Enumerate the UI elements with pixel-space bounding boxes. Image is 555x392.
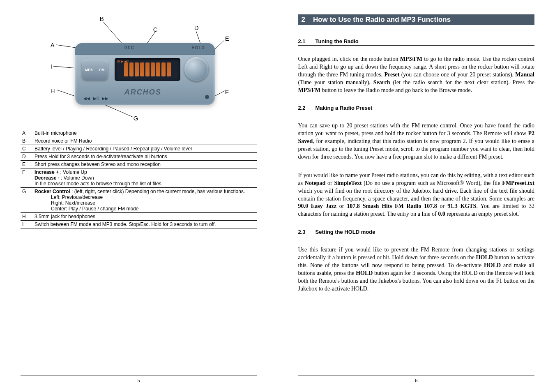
section-header: 2 How to Use the Radio and MP3 Functions [298,14,535,25]
rocker-control [184,57,208,81]
fm-label: FM [99,68,105,72]
subsection-21-num: 2.1 [298,38,306,44]
forward-icon: ▶▶ [102,96,108,101]
table-row: FIncrease + : Volume UpDecrease - : Volu… [21,168,257,188]
label-E: E [225,35,229,42]
legend-text: Built-in microphone [33,129,257,137]
legend-key: A [21,129,33,137]
page-number-left: 5 [138,377,140,383]
playback-buttons: ◀◀ ▶II ▶▶ [83,96,109,101]
right-page: 2 How to Use the Radio and MP3 Functions… [278,0,555,392]
legend-key: F [21,168,33,188]
page-footer-left: 5 [21,376,257,384]
subsection-23-num: 2.3 [298,229,306,235]
subsection-22-title: Making a Radio Preset [315,105,373,111]
label-B: B [100,15,104,22]
table-row: BRecord voice or FM Radio [21,137,257,145]
legend-text: Switch between FM mode and MP3 mode. Sto… [33,221,257,228]
device-top-panel: REC HOLD [75,43,215,55]
subsection-23: 2.3 Setting the HOLD mode [298,229,535,236]
table-row: CBattery level / Playing / Recording / P… [21,145,257,153]
subsection-22-num: 2.2 [298,105,306,111]
legend-text: Record voice or FM Radio [33,137,257,145]
mode-switch: MP3 FM [82,60,108,80]
legend-table: ABuilt-in microphoneBRecord voice or FM … [21,129,257,228]
para-23: Use this feature if you would like to pr… [298,246,535,293]
lcd-display: III ▶ ◀ II [115,58,180,81]
subsection-21-title: Tuning the Radio [315,38,359,44]
headphone-jack [205,95,209,99]
para-22-2: If you would like to name your Preset ra… [298,172,535,218]
page-number-right: 6 [415,377,418,383]
subsection-21: 2.1 Tuning the Radio [298,38,535,46]
label-G: G [134,115,138,122]
label-H: H [51,88,55,95]
para-22-1: You can save up to 20 preset stations wi… [298,122,535,161]
legend-text: Increase + : Volume UpDecrease - : Volum… [33,168,257,188]
section-number: 2 [302,16,305,23]
label-A: A [51,42,55,48]
rec-label: REC [124,46,134,50]
label-D: D [194,24,199,31]
legend-text: Press Hold for 3 seconds to de-activate/… [33,153,257,161]
legend-text: Rocker Control : (left, right, center cl… [33,188,257,213]
table-row: H3.5mm jack for headphones [21,213,257,221]
legend-key: H [21,213,33,221]
table-row: ISwitch between FM mode and MP3 mode. St… [21,221,257,228]
table-row: EShort press changes between Stereo and … [21,161,257,168]
table-row: GRocker Control : (left, right, center c… [21,188,257,213]
left-page: B C D E A I H F G REC [0,0,278,392]
subsection-23-title: Setting the HOLD mode [315,229,375,235]
legend-key: C [21,145,33,153]
section-title: How to Use the Radio and MP3 Functions [313,16,451,23]
legend-key: E [21,161,33,168]
page-footer-right: 6 [298,376,535,384]
device-diagram: B C D E A I H F G REC [42,14,235,121]
mp3-label: MP3 [85,68,93,72]
legend-key: D [21,153,33,161]
label-F: F [225,88,229,95]
para-21: Once plugged in, click on the mode butto… [298,55,535,94]
svg-line-0 [103,22,122,44]
table-row: ABuilt-in microphone [21,129,257,137]
legend-text: Battery level / Playing / Recording / Pa… [33,145,257,153]
legend-key: G [21,188,33,213]
legend-text: 3.5mm jack for headphones [33,213,257,221]
table-row: DPress Hold for 3 seconds to de-activate… [21,153,257,161]
two-page-spread: B C D E A I H F G REC [0,0,555,392]
label-C: C [153,26,158,33]
legend-key: B [21,137,33,145]
rewind-icon: ◀◀ [83,96,90,101]
device-body: REC HOLD MP3 FM III ▶ ◀ II ARCHOS ◀◀ [75,43,215,105]
legend-text: Short press changes between Stereo and m… [33,161,257,168]
legend-key: I [21,221,33,228]
label-I: I [51,63,52,70]
subsection-22: 2.2 Making a Radio Preset [298,105,535,112]
play-pause-icon: ▶II [93,96,99,101]
archos-logo: ARCHOS [124,88,161,97]
lcd-icons: III ▶ ◀ II [117,60,129,63]
hold-label: HOLD [191,46,205,50]
